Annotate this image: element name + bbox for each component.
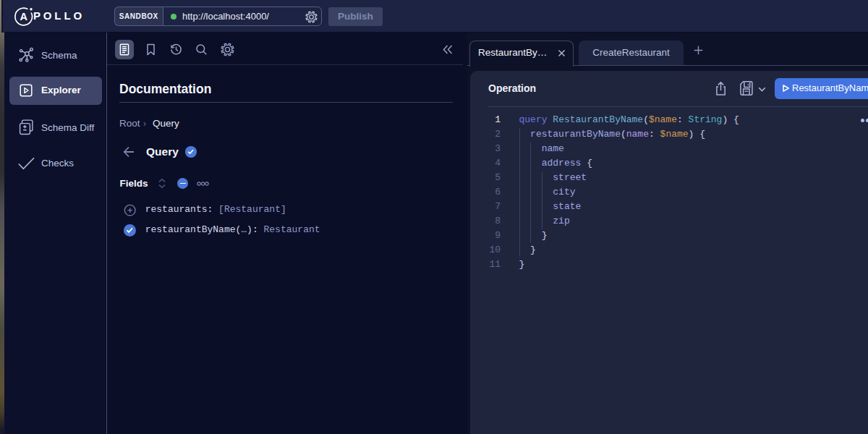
svg-text:A: A xyxy=(20,11,27,22)
svg-text:POLLO: POLLO xyxy=(33,9,85,22)
